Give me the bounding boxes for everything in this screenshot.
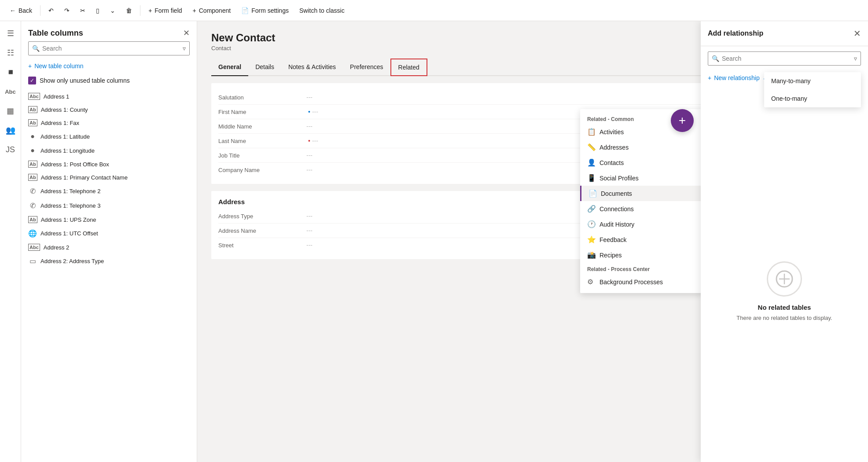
plus-icon-component: + bbox=[193, 7, 196, 14]
plus-icon-new-rel: + bbox=[708, 74, 711, 81]
plus-icon-large: + bbox=[679, 114, 686, 128]
related-documents[interactable]: 📄 Documents bbox=[580, 186, 703, 201]
address1-tel2-label: Address 1: Telephone 2 bbox=[40, 188, 100, 194]
related-connections[interactable]: 🔗 Connections bbox=[580, 201, 703, 216]
sidebar-item-address1-lon[interactable]: ● Address 1: Longitude bbox=[21, 143, 197, 158]
nav-apps-icon[interactable]: ◾ bbox=[2, 63, 19, 81]
dropdown-button[interactable]: ⌄ bbox=[106, 5, 120, 16]
related-addresses[interactable]: 📏 Addresses bbox=[580, 139, 703, 155]
sidebar-item-address1-tel2[interactable]: ✆ Address 1: Telephone 2 bbox=[21, 184, 197, 198]
copy-button[interactable]: ▯ bbox=[92, 5, 104, 16]
address1-label: Address 1 bbox=[44, 93, 70, 100]
no-related-tables-icon bbox=[767, 261, 802, 297]
sidebar-item-address1-fax[interactable]: Ab Address 1: Fax bbox=[21, 116, 197, 129]
related-background-processes[interactable]: ⚙ Background Processes bbox=[580, 274, 703, 290]
address1-pobox-icon: Ab bbox=[28, 161, 37, 168]
address2-label: Address 2 bbox=[44, 244, 70, 251]
sidebar-filter-icon[interactable]: ▿ bbox=[183, 45, 186, 52]
related-feedback[interactable]: ⭐ Feedback bbox=[580, 232, 703, 247]
no-related-title: No related tables bbox=[758, 304, 811, 311]
tab-notes[interactable]: Notes & Activities bbox=[281, 59, 343, 75]
audit-history-icon: 🕐 bbox=[587, 220, 596, 228]
middlename-label: Middle Name bbox=[218, 123, 306, 130]
back-button[interactable]: ← Back bbox=[5, 5, 37, 16]
feedback-icon: ⭐ bbox=[587, 235, 596, 244]
sidebar-item-address1[interactable]: Abc Address 1 bbox=[21, 90, 197, 103]
redo-button[interactable]: ↷ bbox=[60, 5, 74, 16]
related-social-profiles[interactable]: 📱 Social Profiles bbox=[580, 170, 703, 186]
tab-related[interactable]: Related bbox=[390, 59, 427, 76]
nav-text-icon[interactable]: Abc bbox=[2, 83, 19, 100]
companyname-label: Company Name bbox=[218, 167, 306, 173]
plus-icon-new-col: + bbox=[28, 62, 32, 70]
panel-body: No related tables There are no related t… bbox=[701, 120, 868, 462]
panel-search-box[interactable]: 🔍 ▿ bbox=[708, 51, 861, 66]
social-profiles-label: Social Profiles bbox=[600, 175, 639, 182]
tab-details[interactable]: Details bbox=[248, 59, 281, 75]
nav-people-icon[interactable]: 👥 bbox=[2, 121, 19, 139]
related-dropdown: Related - Common 📋 Activities 📏 Addresse… bbox=[580, 109, 703, 293]
new-table-column-button[interactable]: + New table column bbox=[21, 59, 197, 73]
related-recipes[interactable]: 📸 Recipes bbox=[580, 247, 703, 263]
related-audit-history[interactable]: 🕐 Audit History bbox=[580, 216, 703, 232]
relationship-type-dropdown: Many-to-many One-to-many bbox=[764, 72, 861, 107]
sidebar-search-box[interactable]: 🔍 ▿ bbox=[28, 41, 190, 55]
sidebar-search-icon: 🔍 bbox=[32, 45, 40, 52]
sidebar-title: Table columns bbox=[28, 29, 83, 38]
lastname-required: • bbox=[308, 137, 310, 144]
tab-general[interactable]: General bbox=[211, 59, 248, 75]
street-value: --- bbox=[306, 242, 313, 249]
sidebar-close-button[interactable]: ✕ bbox=[183, 28, 190, 38]
nav-code-icon[interactable]: JS bbox=[2, 141, 19, 158]
one-to-many-item[interactable]: One-to-many bbox=[764, 90, 861, 107]
panel-title: Add relationship bbox=[708, 29, 763, 37]
nav-grid-icon[interactable]: ☷ bbox=[2, 44, 19, 62]
delete-button[interactable]: 🗑 bbox=[121, 5, 136, 16]
address1-county-label: Address 1: County bbox=[41, 106, 88, 113]
sidebar: Table columns ✕ 🔍 ▿ + New table column ✓… bbox=[21, 21, 197, 462]
panel-filter-icon[interactable]: ▿ bbox=[854, 55, 857, 62]
salutation-value: --- bbox=[306, 94, 313, 101]
address2-type-label: Address 2: Address Type bbox=[40, 258, 104, 264]
street-label: Street bbox=[218, 242, 306, 249]
firstname-required: • bbox=[308, 108, 310, 115]
add-relationship-plus-button[interactable]: + bbox=[671, 109, 694, 132]
panel-close-button[interactable]: ✕ bbox=[853, 28, 861, 39]
cut-icon: ✂ bbox=[80, 7, 85, 14]
salutation-label: Salutation bbox=[218, 94, 306, 101]
nav-menu-icon[interactable]: ☰ bbox=[2, 25, 19, 42]
sidebar-item-address1-ups[interactable]: Ab Address 1: UPS Zone bbox=[21, 213, 197, 226]
form-field-button[interactable]: + Form field bbox=[144, 5, 186, 16]
form-settings-button[interactable]: 📄 Form settings bbox=[237, 5, 293, 16]
component-label: Component bbox=[199, 7, 231, 14]
sidebar-item-address1-lat[interactable]: ● Address 1: Latitude bbox=[21, 129, 197, 143]
toolbar: ← Back ↶ ↷ ✂ ▯ ⌄ 🗑 + Form field + Compon… bbox=[0, 0, 868, 21]
sidebar-item-address1-primary[interactable]: Ab Address 1: Primary Contact Name bbox=[21, 171, 197, 184]
address1-utc-label: Address 1: UTC Offset bbox=[40, 230, 98, 237]
sidebar-item-address1-utc[interactable]: 🌐 Address 1: UTC Offset bbox=[21, 226, 197, 241]
show-unused-row[interactable]: ✓ Show only unused table columns bbox=[21, 73, 197, 88]
sidebar-item-address1-pobox[interactable]: Ab Address 1: Post Office Box bbox=[21, 158, 197, 171]
panel-search-input[interactable] bbox=[722, 55, 852, 62]
undo-button[interactable]: ↶ bbox=[44, 5, 58, 16]
tab-preferences[interactable]: Preferences bbox=[343, 59, 390, 75]
sidebar-item-address2-type[interactable]: ▭ Address 2: Address Type bbox=[21, 254, 197, 268]
component-button[interactable]: + Component bbox=[188, 5, 235, 16]
show-unused-label: Show only unused table columns bbox=[40, 77, 130, 84]
nav-layout-icon[interactable]: ▦ bbox=[2, 102, 19, 120]
sidebar-header: Table columns ✕ bbox=[21, 21, 197, 41]
address1-fax-label: Address 1: Fax bbox=[41, 120, 79, 126]
plus-icon-formfield: + bbox=[148, 7, 152, 14]
addressname-label: Address Name bbox=[218, 227, 306, 234]
sidebar-item-address2[interactable]: Abc Address 2 bbox=[21, 241, 197, 254]
many-to-many-item[interactable]: Many-to-many bbox=[764, 72, 861, 90]
switch-classic-button[interactable]: Switch to classic bbox=[295, 5, 349, 16]
sidebar-item-address1-tel3[interactable]: ✆ Address 1: Telephone 3 bbox=[21, 198, 197, 213]
related-contacts[interactable]: 👤 Contacts bbox=[580, 155, 703, 170]
main-layout: ☰ ☷ ◾ Abc ▦ 👥 JS Table columns ✕ 🔍 ▿ + N… bbox=[0, 21, 868, 462]
copy-icon: ▯ bbox=[96, 7, 99, 14]
sidebar-item-address1-county[interactable]: Ab Address 1: County bbox=[21, 103, 197, 116]
cut-button[interactable]: ✂ bbox=[76, 5, 90, 16]
show-unused-checkbox[interactable]: ✓ bbox=[28, 77, 36, 84]
sidebar-search-input[interactable] bbox=[42, 45, 181, 52]
